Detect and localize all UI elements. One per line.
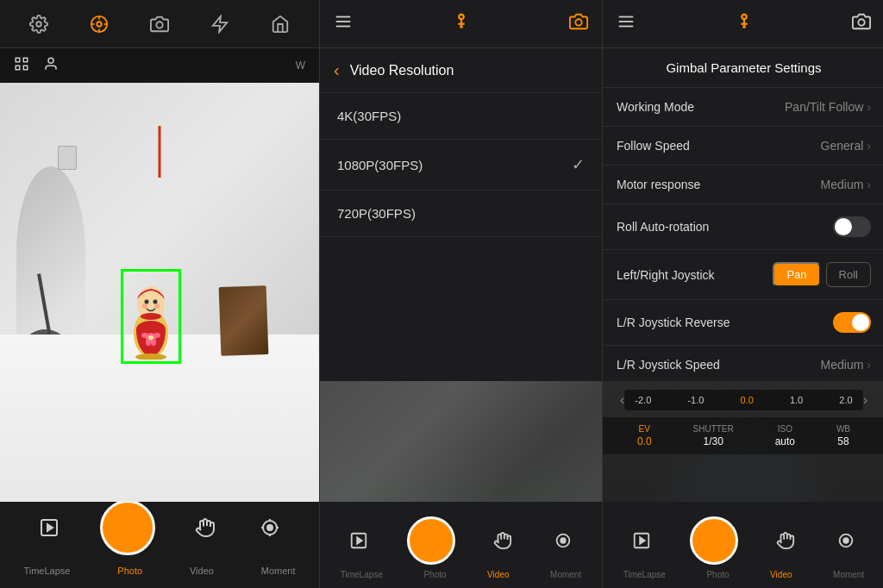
gimbal-panel: Gimbal Parameter Settings Working Mode P… — [603, 0, 883, 588]
book-object — [219, 285, 269, 356]
playback-icon[interactable] — [35, 514, 63, 541]
stabilizer-icon[interactable] — [452, 12, 471, 35]
panel2-moment-tab[interactable]: Moment — [550, 570, 581, 579]
panel2-photo-tab[interactable]: Photo — [423, 570, 446, 579]
panel3-hamburger-icon[interactable] — [617, 12, 636, 35]
panel3-timelapse-tab[interactable]: TimeLapse — [623, 570, 666, 579]
resolution-4k-item[interactable]: 4K(30FPS) — [320, 93, 602, 140]
panel3-playback-icon[interactable] — [629, 529, 654, 553]
resolution-1080p-check: ✓ — [572, 155, 585, 174]
ev-param-value: 0.0 — [637, 435, 652, 447]
motor-response-chevron: › — [867, 178, 871, 191]
panel3-stabilizer-icon[interactable] — [735, 12, 754, 35]
panel3-photo-tab[interactable]: Photo — [706, 570, 729, 579]
panel3-bottom-controls: TimeLapse Photo Video Moment — [603, 502, 883, 588]
camera2-icon[interactable] — [569, 12, 588, 35]
resolution-720p-item[interactable]: 720P(30FPS) — [320, 191, 602, 237]
svg-marker-47 — [357, 537, 362, 543]
follow-speed-label: Follow Speed — [617, 139, 690, 153]
power-outlet — [58, 146, 77, 170]
shutter-param-value: 1/30 — [703, 435, 723, 447]
panel2-video-tab[interactable]: Video — [487, 570, 509, 579]
svg-point-21 — [151, 339, 156, 346]
svg-point-2 — [97, 22, 102, 27]
capture-row — [0, 500, 319, 555]
panel3-video-tab[interactable]: Video — [770, 570, 792, 579]
roll-autorotation-toggle[interactable] — [833, 216, 871, 237]
person-icon[interactable] — [43, 56, 59, 75]
wb-param-value: 58 — [837, 435, 849, 447]
ev-center: 0.0 — [741, 395, 754, 405]
motor-response-text: Medium — [821, 178, 864, 191]
panel2-bottom-controls: TimeLapse Photo Video Moment — [320, 502, 602, 588]
home-icon[interactable] — [265, 9, 296, 40]
lr-joystick-reverse-toggle[interactable] — [833, 312, 871, 333]
panel2-shutter-button[interactable] — [407, 516, 455, 565]
panel2-hand-icon[interactable] — [491, 529, 515, 553]
resolution-720p-label: 720P(30FPS) — [337, 206, 416, 221]
follow-speed-chevron: › — [867, 139, 871, 153]
svg-point-24 — [153, 299, 157, 303]
filter-icon[interactable] — [256, 514, 284, 541]
timelapse-tab[interactable]: TimeLapse — [16, 562, 77, 579]
resolution-1080p-item[interactable]: 1080P(30FPS) ✓ — [320, 140, 602, 191]
camera-icon[interactable] — [144, 9, 175, 40]
roll-autorotation-row: Roll Auto-rotation — [603, 204, 883, 250]
exposure-indicator: W — [296, 59, 305, 72]
photo-tab[interactable]: Photo — [110, 562, 149, 579]
moment-tab[interactable]: Moment — [254, 562, 303, 579]
panel2-mode-tabs: TimeLapse Photo Video Moment — [320, 570, 602, 579]
ev-plus1: 1.0 — [790, 395, 803, 405]
back-arrow-icon[interactable]: ‹ — [334, 60, 340, 80]
lr-joystick-speed-row[interactable]: L/R Joystick Speed Medium › — [603, 346, 883, 381]
panel3-preview: ‹ -2.0 -1.0 0.0 1.0 2.0 › EV 0.0 SHUTTER… — [603, 381, 883, 588]
ev-minus1: -1.0 — [687, 395, 704, 405]
panel2-capture-row — [320, 516, 602, 565]
panel3-capture-row — [603, 516, 883, 565]
panel3-header — [603, 0, 883, 48]
panel2-filter-icon[interactable] — [551, 529, 575, 553]
roll-button[interactable]: Roll — [826, 262, 871, 287]
svg-point-49 — [560, 538, 566, 543]
working-mode-text: Pan/Tilt Follow — [785, 100, 863, 114]
working-mode-row[interactable]: Working Mode Pan/Tilt Follow › — [603, 88, 883, 127]
roll-autorotation-knob — [835, 218, 852, 235]
svg-point-40 — [459, 15, 464, 20]
panel3-moment-tab[interactable]: Moment — [833, 570, 864, 579]
svg-point-13 — [48, 58, 53, 63]
joystick-buttons: Pan Roll — [773, 262, 871, 287]
ev-minus2: -2.0 — [635, 395, 651, 405]
svg-point-62 — [843, 538, 849, 543]
ev-right-arrow[interactable]: › — [863, 392, 867, 408]
video-tab[interactable]: Video — [183, 562, 221, 579]
ev-param-label: EV — [639, 424, 650, 434]
follow-speed-text: General — [821, 139, 864, 153]
svg-point-26 — [154, 303, 160, 309]
panel3-filter-icon[interactable] — [834, 529, 858, 553]
lightning-icon[interactable] — [204, 9, 235, 40]
focus-icon[interactable] — [14, 56, 29, 75]
panel2-timelapse-tab[interactable]: TimeLapse — [341, 570, 383, 579]
shutter-button[interactable] — [100, 500, 155, 555]
settings-icon[interactable] — [23, 9, 54, 40]
panel2-preview: TimeLapse Photo Video Moment — [320, 381, 602, 588]
camera-top-bar — [0, 0, 319, 48]
hand-icon[interactable] — [191, 514, 219, 541]
panel3-camera-icon[interactable] — [852, 12, 871, 35]
red-cable-indicator — [159, 126, 161, 178]
panel3-hand-icon[interactable] — [773, 529, 798, 553]
iso-param-label: ISO — [778, 424, 792, 434]
wb-param: WB 58 — [836, 424, 850, 447]
camera-params-row: EV 0.0 SHUTTER 1/30 ISO auto WB 58 — [603, 417, 883, 454]
follow-speed-row[interactable]: Follow Speed General › — [603, 127, 883, 166]
hamburger-menu-icon[interactable] — [334, 12, 353, 35]
target-icon[interactable] — [84, 9, 115, 40]
wb-param-label: WB — [836, 424, 850, 434]
pan-button[interactable]: Pan — [773, 262, 820, 287]
motor-response-row[interactable]: Motor response Medium › — [603, 166, 883, 204]
iso-param-value: auto — [775, 435, 795, 447]
camera-viewport — [0, 83, 319, 502]
panel2-playback-icon[interactable] — [347, 529, 371, 553]
panel3-shutter-button[interactable] — [690, 516, 738, 565]
ev-scale: -2.0 -1.0 0.0 1.0 2.0 — [624, 390, 862, 410]
